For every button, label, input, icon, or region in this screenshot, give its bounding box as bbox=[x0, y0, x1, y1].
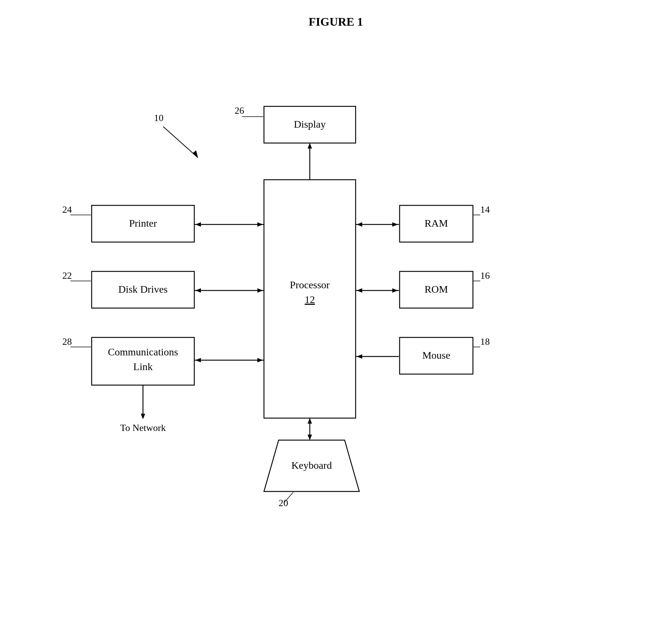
svg-marker-11 bbox=[195, 288, 201, 293]
svg-line-0 bbox=[163, 127, 198, 158]
svg-marker-32 bbox=[308, 435, 312, 440]
processor-label: Processor bbox=[290, 279, 330, 290]
svg-marker-25 bbox=[357, 288, 362, 293]
svg-marker-26 bbox=[392, 288, 398, 293]
svg-marker-12 bbox=[257, 288, 263, 293]
processor-ref: 12 bbox=[305, 294, 315, 305]
ref-28: 28 bbox=[62, 336, 72, 347]
keyboard-label: Keyboard bbox=[291, 460, 332, 471]
svg-marker-1 bbox=[192, 150, 198, 158]
ref-18: 18 bbox=[480, 336, 490, 347]
ref-14: 14 bbox=[480, 204, 490, 215]
svg-line-30 bbox=[284, 492, 293, 502]
svg-marker-22 bbox=[392, 222, 398, 227]
display-label: Display bbox=[294, 118, 326, 130]
svg-marker-8 bbox=[257, 222, 263, 227]
svg-marker-29 bbox=[357, 354, 362, 359]
to-network-label: To Network bbox=[120, 423, 166, 433]
disk-drives-label: Disk Drives bbox=[118, 284, 168, 295]
comms-link-label-2: Link bbox=[133, 361, 153, 372]
svg-marker-18 bbox=[141, 414, 145, 419]
diagram-container: FIGURE 1 10 Processor 12 Display 26 Prin… bbox=[0, 0, 672, 618]
comms-link-label-1: Communications bbox=[108, 346, 178, 358]
mouse-label: Mouse bbox=[422, 350, 450, 361]
svg-marker-4 bbox=[308, 143, 312, 149]
svg-marker-16 bbox=[257, 358, 263, 362]
svg-marker-21 bbox=[357, 222, 362, 227]
svg-marker-7 bbox=[195, 222, 201, 227]
ref-22: 22 bbox=[62, 270, 72, 281]
svg-marker-15 bbox=[195, 358, 201, 362]
ref-26: 26 bbox=[235, 105, 244, 116]
ref-10: 10 bbox=[154, 113, 164, 123]
rom-label: ROM bbox=[425, 284, 448, 295]
svg-marker-33 bbox=[308, 418, 312, 424]
ref-16: 16 bbox=[480, 270, 490, 281]
printer-label: Printer bbox=[129, 217, 157, 229]
ref-24: 24 bbox=[62, 204, 72, 215]
ram-label: RAM bbox=[425, 217, 448, 229]
figure-title: FIGURE 1 bbox=[309, 15, 363, 28]
